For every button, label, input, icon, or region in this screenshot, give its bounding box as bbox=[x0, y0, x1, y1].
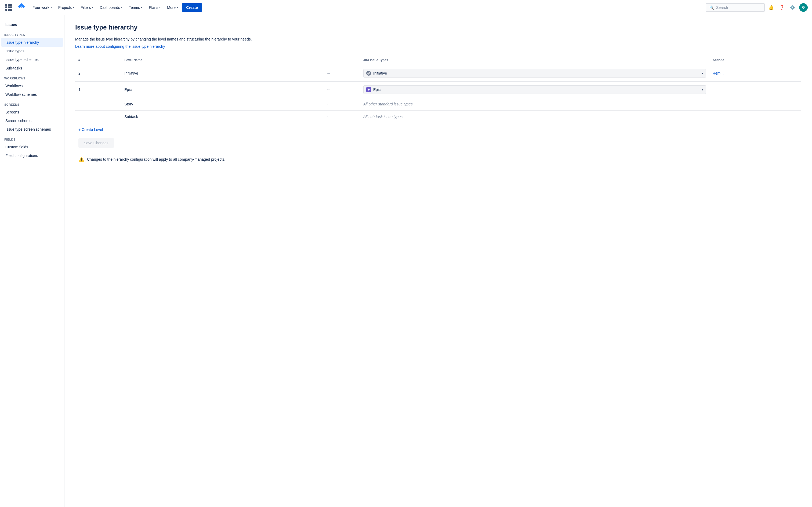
search-box[interactable]: 🔍 Search bbox=[706, 3, 765, 12]
initiative-dropdown-label: Initiative bbox=[373, 71, 387, 75]
sidebar-item-issue-type-schemes[interactable]: Issue type schemes bbox=[1, 55, 63, 64]
sidebar-item-workflows[interactable]: Workflows bbox=[1, 81, 63, 90]
nav-dashboards[interactable]: Dashboards ▾ bbox=[97, 4, 125, 11]
search-icon: 🔍 bbox=[709, 5, 714, 10]
dashboards-label: Dashboards bbox=[100, 5, 120, 10]
avatar[interactable]: G bbox=[799, 3, 808, 12]
action-cell-initiative: Rem... bbox=[709, 65, 801, 81]
action-cell-subtask bbox=[709, 111, 801, 123]
filters-label: Filters bbox=[81, 5, 91, 10]
sidebar-section-screens: SCREENS bbox=[0, 99, 64, 108]
create-level-button[interactable]: + Create Level bbox=[75, 123, 801, 136]
arrow-icon: ← bbox=[323, 65, 360, 81]
chevron-down-icon: ▾ bbox=[177, 6, 178, 9]
main-content: Issue type hierarchy Manage the issue ty… bbox=[64, 15, 812, 507]
level-name-subtask: Subtask bbox=[121, 111, 323, 123]
row-num: 2 bbox=[75, 65, 121, 81]
hierarchy-table: # Level Name Jira Issue Types Actions 2 … bbox=[75, 56, 801, 123]
row-num: 1 bbox=[75, 81, 121, 98]
warning-icon: ⚠️ bbox=[79, 156, 84, 162]
sidebar-item-issue-type-hierarchy[interactable]: Issue type hierarchy bbox=[1, 38, 63, 47]
nav-filters[interactable]: Filters ▾ bbox=[78, 4, 96, 11]
your-work-label: Your work bbox=[33, 5, 49, 10]
chevron-down-icon: ▾ bbox=[50, 6, 52, 9]
settings-button[interactable]: ⚙️ bbox=[789, 3, 797, 12]
grid-icon bbox=[5, 4, 12, 11]
sidebar-item-custom-fields[interactable]: Custom fields bbox=[1, 143, 63, 151]
create-button[interactable]: Create bbox=[182, 3, 202, 12]
level-name-story: Story bbox=[121, 98, 323, 111]
sidebar-item-workflow-schemes[interactable]: Workflow schemes bbox=[1, 90, 63, 99]
epic-dropdown[interactable]: Epic ▾ bbox=[363, 85, 706, 94]
col-header-level-name: Level Name bbox=[121, 56, 323, 65]
grid-menu-button[interactable] bbox=[4, 3, 13, 12]
chevron-down-icon: ▾ bbox=[702, 88, 703, 92]
action-cell-story bbox=[709, 98, 801, 111]
epic-icon bbox=[366, 87, 371, 92]
nav-right: 🔍 Search 🔔 ❓ ⚙️ G bbox=[706, 3, 808, 12]
chevron-down-icon: ▾ bbox=[73, 6, 74, 9]
col-header-jira-issue-types: Jira Issue Types bbox=[360, 56, 709, 65]
warning-row: ⚠️ Changes to the hierarchy configuratio… bbox=[75, 154, 801, 164]
sidebar-item-issues[interactable]: Issues bbox=[1, 20, 63, 29]
epic-dropdown-cell: Epic ▾ bbox=[360, 81, 709, 98]
col-header-actions: Actions bbox=[709, 56, 801, 65]
row-num bbox=[75, 98, 121, 111]
nav-items: Your work ▾ Projects ▾ Filters ▾ Dashboa… bbox=[30, 3, 704, 12]
main-layout: Issues ISSUE TYPES Issue type hierarchy … bbox=[0, 15, 812, 507]
nav-plans[interactable]: Plans ▾ bbox=[146, 4, 163, 11]
save-changes-button[interactable]: Save Changes bbox=[79, 138, 114, 148]
level-name-initiative: Initiative bbox=[121, 65, 323, 81]
svg-marker-2 bbox=[368, 89, 370, 91]
dropdown-left: Epic bbox=[366, 87, 380, 92]
sidebar-section-fields: FIELDS bbox=[0, 133, 64, 143]
teams-label: Teams bbox=[129, 5, 140, 10]
sidebar: Issues ISSUE TYPES Issue type hierarchy … bbox=[0, 15, 64, 507]
col-header-arrow-spacer bbox=[323, 56, 360, 65]
nav-teams[interactable]: Teams ▾ bbox=[126, 4, 145, 11]
level-name-epic: Epic bbox=[121, 81, 323, 98]
nav-your-work[interactable]: Your work ▾ bbox=[30, 4, 54, 11]
sidebar-section-workflows: WORKFLOWS bbox=[0, 72, 64, 81]
learn-more-link[interactable]: Learn more about configuring the issue t… bbox=[75, 44, 165, 49]
action-cell-epic bbox=[709, 81, 801, 98]
sidebar-item-issue-types[interactable]: Issue types bbox=[1, 47, 63, 55]
chevron-down-icon: ▾ bbox=[141, 6, 142, 9]
arrow-icon: ← bbox=[323, 98, 360, 111]
remove-initiative-link[interactable]: Rem... bbox=[713, 71, 724, 75]
sidebar-item-screens[interactable]: Screens bbox=[1, 108, 63, 116]
col-header-hash: # bbox=[75, 56, 121, 65]
page-description: Manage the issue type hierarchy by chang… bbox=[75, 37, 801, 42]
initiative-icon bbox=[366, 71, 371, 76]
page-title: Issue type hierarchy bbox=[75, 23, 801, 31]
plans-label: Plans bbox=[149, 5, 158, 10]
story-issue-type-label: All other standard issue types bbox=[360, 98, 709, 111]
sidebar-section-issue-types: ISSUE TYPES bbox=[0, 29, 64, 38]
table-row: 2 Initiative ← Initiative ▾ bbox=[75, 65, 801, 81]
chevron-down-icon: ▾ bbox=[702, 72, 703, 75]
sidebar-item-issue-type-screen-schemes[interactable]: Issue type screen schemes bbox=[1, 125, 63, 133]
arrow-icon: ← bbox=[323, 81, 360, 98]
epic-dropdown-label: Epic bbox=[373, 88, 380, 92]
sidebar-item-field-configurations[interactable]: Field configurations bbox=[1, 151, 63, 160]
table-row: Story ← All other standard issue types bbox=[75, 98, 801, 111]
svg-point-1 bbox=[368, 73, 369, 74]
sidebar-item-screen-schemes[interactable]: Screen schemes bbox=[1, 116, 63, 125]
arrow-icon: ← bbox=[323, 111, 360, 123]
table-row: 1 Epic ← Epic ▾ bbox=[75, 81, 801, 98]
jira-logo[interactable] bbox=[17, 2, 26, 13]
warning-text: Changes to the hierarchy configuration w… bbox=[87, 157, 225, 162]
dropdown-left: Initiative bbox=[366, 71, 387, 76]
search-placeholder: Search bbox=[716, 5, 728, 10]
initiative-dropdown[interactable]: Initiative ▾ bbox=[363, 69, 706, 77]
table-row: Subtask ← All sub-task issue types bbox=[75, 111, 801, 123]
chevron-down-icon: ▾ bbox=[121, 6, 122, 9]
projects-label: Projects bbox=[58, 5, 72, 10]
nav-more[interactable]: More ▾ bbox=[164, 4, 181, 11]
nav-projects[interactable]: Projects ▾ bbox=[56, 4, 77, 11]
notifications-button[interactable]: 🔔 bbox=[767, 3, 775, 12]
sidebar-item-sub-tasks[interactable]: Sub-tasks bbox=[1, 64, 63, 72]
help-button[interactable]: ❓ bbox=[778, 3, 786, 12]
row-num bbox=[75, 111, 121, 123]
issue-type-dropdown-cell: Initiative ▾ bbox=[360, 65, 709, 81]
